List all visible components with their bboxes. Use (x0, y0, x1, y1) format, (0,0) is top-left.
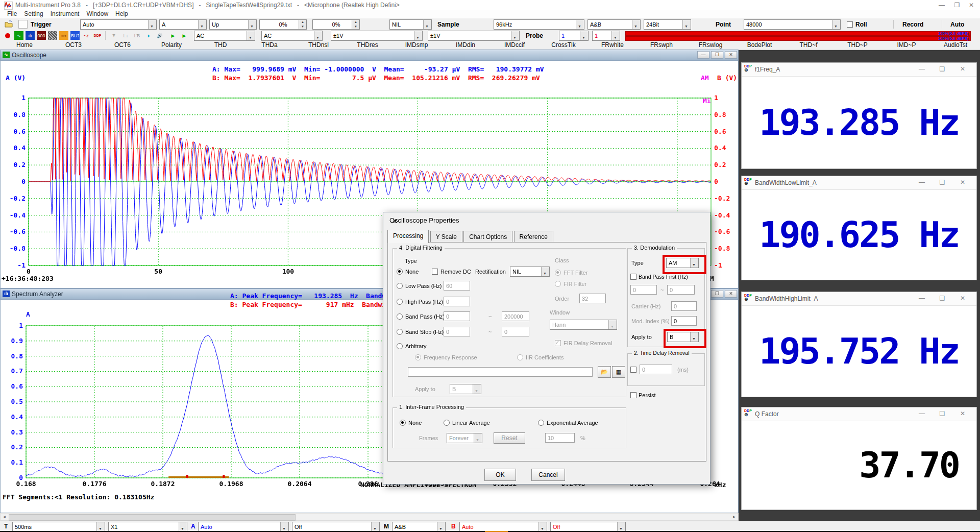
browse-file-button[interactable]: 📂 (598, 366, 611, 378)
close-icon[interactable]: ✕ (955, 292, 970, 305)
tab-oct3[interactable]: OCT3 (49, 41, 98, 49)
rectification-dropdown[interactable]: NIL (510, 267, 550, 277)
input-device-icon[interactable]: ⬧ (144, 31, 153, 40)
tab-imdsmp[interactable]: IMDsmp (392, 41, 441, 49)
scroll-left-icon[interactable]: ◄ (1, 514, 8, 520)
probe-calibration-icon[interactable]: Ŧ (109, 31, 118, 40)
window-dropdown[interactable]: Hann (550, 320, 617, 330)
high-pass-radio[interactable] (397, 299, 403, 305)
tab-bodeplot[interactable]: BodePlot (735, 41, 784, 49)
tab-thdres[interactable]: THDres (343, 41, 392, 49)
reset-button[interactable]: Reset (494, 432, 525, 444)
auto-button[interactable]: Auto (950, 21, 964, 28)
low-pass-field[interactable] (444, 281, 470, 291)
tab-thd~p[interactable]: THD~P (833, 41, 882, 49)
menu-help[interactable]: Help (115, 10, 128, 17)
spectrum-analyzer-icon[interactable]: ılı (26, 31, 35, 40)
arbitrary-file-field[interactable] (408, 367, 593, 377)
frequency-response-radio[interactable] (415, 354, 421, 360)
sampling-points-dropdown[interactable]: 48000 (744, 19, 841, 30)
minimize-icon[interactable]: — (914, 63, 929, 76)
fft-filter-radio[interactable] (555, 270, 561, 276)
run-icon[interactable]: ▶ (168, 31, 178, 40)
meter-titlebar[interactable]: DDP⊕f1Freq_A—❑✕ (742, 63, 976, 77)
fir-delay-checkbox[interactable] (555, 340, 561, 346)
sampling-channels-dropdown[interactable]: A&B (587, 19, 641, 30)
low-pass-radio[interactable] (397, 283, 403, 289)
meter-titlebar[interactable]: DDP⊕Q Factor—❑✕ (742, 407, 976, 421)
tab-thd[interactable]: THD (196, 41, 245, 49)
meter-titlebar[interactable]: DDP⊕BandWidthLowLimit_A—❑✕ (742, 176, 976, 190)
tab-crosstlk[interactable]: CrossTlk (539, 41, 588, 49)
tab-imdccif[interactable]: IMDccif (490, 41, 539, 49)
tab-y-scale[interactable]: Y Scale (430, 231, 462, 243)
b-function-dropdown[interactable]: Off (550, 522, 626, 532)
sampling-bits-dropdown[interactable]: 24Bit (644, 19, 691, 30)
iir-coefficients-radio[interactable] (517, 354, 523, 360)
fir-filter-radio[interactable] (555, 281, 561, 287)
tab-frwhite[interactable]: FRwhite (588, 41, 637, 49)
time-delay-checkbox[interactable] (630, 367, 636, 373)
output-device-icon[interactable]: 🔊 (155, 31, 164, 40)
menu-instrument[interactable]: Instrument (51, 10, 80, 17)
menu-window[interactable]: Window (86, 10, 108, 17)
minimize-icon[interactable]: — (914, 292, 929, 305)
m-channels-dropdown[interactable]: A&B (392, 522, 446, 532)
run-loop-icon[interactable]: ▶ (180, 31, 189, 40)
maximize-icon[interactable]: ❑ (935, 176, 950, 189)
output-calibration-icon[interactable]: ⊥Ɓ (132, 31, 141, 40)
close-icon[interactable]: ✕ (955, 407, 970, 420)
maximize-icon[interactable]: ❐ (951, 1, 963, 9)
trigger-edge-dropdown[interactable]: Up (209, 19, 257, 30)
band-pass-low-field[interactable] (444, 311, 470, 321)
record-stop-icon[interactable] (3, 31, 12, 40)
filter-none-radio[interactable] (397, 269, 403, 275)
linear-average-radio[interactable] (444, 420, 450, 426)
trigger-delay-spinner[interactable]: 0%▲▼ (312, 19, 360, 30)
frames-dropdown[interactable]: Forever (447, 433, 482, 443)
scroll-right-icon[interactable]: ► (730, 514, 738, 520)
exponential-average-radio[interactable] (538, 420, 544, 426)
close-icon[interactable]: ✕ (725, 290, 737, 298)
minimize-icon[interactable]: — (914, 176, 929, 189)
minimize-icon[interactable]: — (914, 407, 929, 420)
sweep-time-dropdown[interactable]: 500ms (12, 522, 105, 532)
range-a-dropdown[interactable]: ±1V (331, 31, 423, 41)
tab-imd~p[interactable]: IMD~P (882, 41, 931, 49)
range-b-dropdown[interactable]: ±1V (428, 31, 520, 41)
data-logger-icon[interactable]: ≈≈ (59, 31, 68, 40)
close-icon[interactable]: ✕ (966, 1, 977, 9)
spectrum-3d-plot-icon[interactable] (48, 31, 57, 40)
edit-table-button[interactable]: ▦ (612, 366, 625, 378)
tab-thdnsl[interactable]: THDnsl (294, 41, 343, 49)
tab-frswlog[interactable]: FRswlog (686, 41, 735, 49)
coupling-b-dropdown[interactable]: AC (261, 31, 323, 41)
interframe-none-radio[interactable] (400, 420, 406, 426)
persist-checkbox[interactable] (630, 392, 636, 398)
tab-audiotst[interactable]: AudioTst (931, 41, 980, 49)
order-field[interactable] (579, 294, 606, 303)
a-function-dropdown[interactable]: Off (292, 522, 380, 532)
zoom-dropdown[interactable]: X1 (108, 522, 187, 532)
ddp-viewer-icon[interactable]: DDP (93, 31, 102, 40)
minimize-icon[interactable]: — (936, 1, 947, 9)
menu-file[interactable]: File (7, 10, 17, 17)
carrier-field[interactable] (671, 301, 697, 311)
open-file-icon[interactable] (4, 20, 13, 29)
tab-home[interactable]: Home (0, 41, 49, 49)
probe-a-dropdown[interactable]: 1 (559, 31, 589, 41)
maximize-icon[interactable]: ❑ (935, 63, 950, 76)
probe-b-dropdown[interactable]: 1 (592, 31, 620, 41)
exp-percent-field[interactable] (545, 433, 575, 443)
remove-dc-checkbox[interactable] (432, 269, 438, 275)
device-test-plan-icon[interactable]: BUT (70, 31, 80, 40)
close-icon[interactable]: ✕ (955, 63, 970, 76)
tab-oct6[interactable]: OCT6 (98, 41, 147, 49)
meter-titlebar[interactable]: DDP⊕BandWidthHighLimit_A—❑✕ (742, 292, 976, 306)
trigger-level-spinner[interactable]: 0%▲▼ (259, 19, 307, 30)
a-scale-dropdown[interactable]: Auto (198, 522, 289, 532)
multimeter-icon[interactable]: 000 (37, 31, 46, 40)
panel-setting-icon[interactable] (18, 20, 28, 29)
tab-processing[interactable]: Processing (387, 230, 429, 243)
time-delay-field[interactable] (640, 365, 672, 374)
